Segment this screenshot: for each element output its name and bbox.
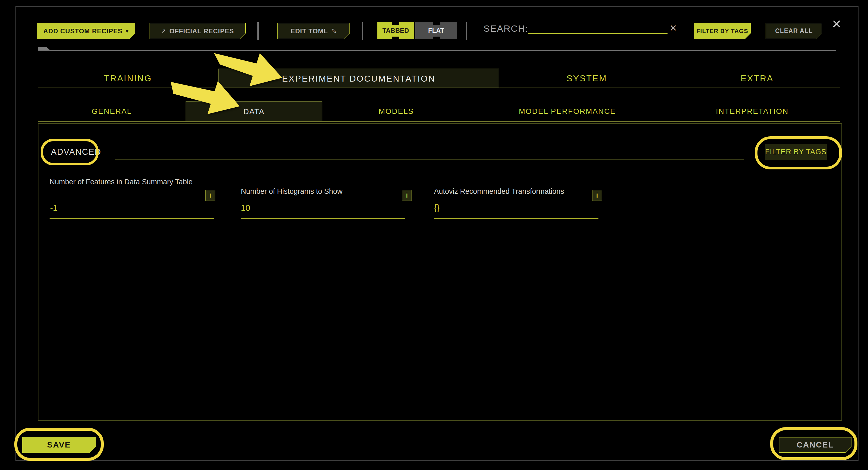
- field-value-autoviz-transformations[interactable]: {}: [434, 203, 440, 212]
- tabbed-label: TABBED: [382, 27, 409, 34]
- tab-system[interactable]: SYSTEM: [499, 69, 674, 88]
- edit-toml-label: EDIT TOML: [291, 27, 328, 35]
- tab-model-performance-label: MODEL PERFORMANCE: [519, 107, 616, 116]
- close-x-glyph: ×: [832, 14, 841, 32]
- external-arrow-icon: ↗: [161, 28, 166, 34]
- add-custom-recipes-label: ADD CUSTOM RECIPES: [43, 27, 122, 35]
- advanced-section-divider: [115, 159, 744, 160]
- filter-by-tags-toolbar-label: FILTER BY TAGS: [696, 28, 748, 35]
- tab-data-label: DATA: [243, 107, 265, 116]
- info-icon[interactable]: i: [402, 190, 412, 201]
- toggle-notch: [433, 37, 440, 39]
- search-clear-icon[interactable]: ×: [666, 21, 680, 35]
- filter-by-tags-toolbar-button[interactable]: FILTER BY TAGS: [694, 23, 751, 39]
- tab-data[interactable]: DATA: [186, 101, 322, 121]
- info-glyph: i: [596, 192, 598, 199]
- official-recipes-button[interactable]: ↗ OFFICIAL RECIPES: [150, 23, 246, 39]
- cancel-label: CANCEL: [797, 440, 834, 449]
- flat-label: FLAT: [428, 27, 444, 34]
- toggle-notch: [433, 22, 440, 25]
- cancel-button[interactable]: CANCEL: [779, 437, 851, 453]
- caret-down-icon: ▾: [126, 28, 129, 34]
- settings-content-panel: [38, 123, 842, 421]
- toolbar-separator: [362, 22, 363, 40]
- tab-models-label: MODELS: [378, 107, 414, 116]
- field-underline: [50, 218, 214, 219]
- advanced-section-label: ADVANCED: [51, 147, 101, 157]
- tab-general[interactable]: GENERAL: [38, 101, 186, 121]
- info-glyph: i: [406, 192, 408, 199]
- tab-experiment-documentation[interactable]: EXPERIMENT DOCUMENTATION: [218, 68, 499, 88]
- save-button[interactable]: SAVE: [22, 437, 96, 453]
- tab-models[interactable]: MODELS: [322, 101, 470, 121]
- info-icon[interactable]: i: [205, 190, 215, 201]
- toolbar-divider: [38, 50, 836, 51]
- info-glyph: i: [209, 192, 211, 199]
- tab-interpretation[interactable]: INTERPRETATION: [664, 101, 840, 121]
- field-label-num-histograms: Number of Histograms to Show: [241, 186, 397, 196]
- clear-all-label: CLEAR ALL: [775, 27, 812, 35]
- view-toggle-flat[interactable]: FLAT: [415, 22, 457, 39]
- toolbar-separator: [466, 22, 467, 40]
- tab-training[interactable]: TRAINING: [38, 69, 218, 88]
- save-label: SAVE: [47, 440, 71, 449]
- official-recipes-label: OFFICIAL RECIPES: [169, 27, 234, 35]
- pencil-icon: ✎: [331, 27, 337, 35]
- dialog-close-icon[interactable]: ×: [829, 16, 844, 31]
- field-underline: [434, 218, 598, 219]
- search-label: SEARCH:: [484, 23, 528, 34]
- field-value-num-histograms[interactable]: 10: [241, 203, 250, 213]
- field-label-num-features: Number of Features in Data Summary Table: [50, 177, 201, 187]
- field-label-autoviz-transformations: Autoviz Recommended Transformations: [434, 186, 591, 196]
- tab-experiment-documentation-label: EXPERIMENT DOCUMENTATION: [282, 74, 435, 84]
- tab-extra[interactable]: EXTRA: [674, 69, 840, 88]
- search-input[interactable]: [528, 23, 668, 34]
- filter-by-tags-panel-button[interactable]: FILTER BY TAGS: [765, 144, 827, 160]
- clear-x-glyph: ×: [670, 21, 677, 35]
- tab-system-label: SYSTEM: [566, 74, 607, 84]
- edit-toml-button[interactable]: EDIT TOML ✎: [277, 23, 350, 39]
- tab-interpretation-label: INTERPRETATION: [716, 107, 788, 116]
- field-value-num-features[interactable]: -1: [50, 203, 58, 213]
- toggle-notch: [392, 22, 399, 25]
- primary-tabs-underline: [38, 88, 840, 88]
- tab-general-label: GENERAL: [92, 107, 132, 116]
- secondary-tabs-underline: [38, 121, 840, 122]
- expert-settings-dialog-screen: ADD CUSTOM RECIPES ▾ ↗ OFFICIAL RECIPES …: [0, 0, 868, 470]
- info-icon[interactable]: i: [592, 190, 602, 201]
- clear-all-button[interactable]: CLEAR ALL: [766, 23, 822, 39]
- tab-extra-label: EXTRA: [741, 74, 774, 84]
- toggle-notch: [392, 37, 399, 39]
- tab-model-performance[interactable]: MODEL PERFORMANCE: [470, 101, 664, 121]
- add-custom-recipes-button[interactable]: ADD CUSTOM RECIPES ▾: [37, 23, 135, 39]
- toolbar-separator: [257, 22, 259, 40]
- filter-by-tags-panel-label: FILTER BY TAGS: [765, 148, 827, 156]
- field-underline: [241, 218, 405, 219]
- view-toggle-tabbed[interactable]: TABBED: [377, 22, 414, 39]
- tab-training-label: TRAINING: [104, 74, 152, 84]
